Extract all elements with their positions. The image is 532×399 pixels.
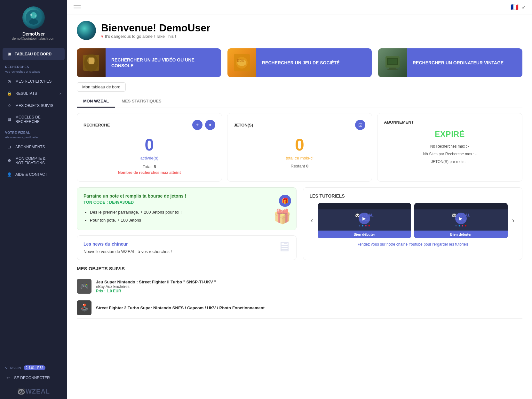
tutoriel-thumb-2[interactable]: 🐼WZEAL Tutoriel ● ● ● ● ▶ <box>414 203 508 238</box>
sidebar-item-resultats[interactable]: 🔒 RESULTATS › <box>1 88 66 99</box>
stat-card-recherche-header: RECHERCHE + ✦ <box>83 120 215 130</box>
category-card-label-vintage: RECHERCHER UN ORDINATEUR VINTAGE <box>407 48 522 77</box>
sidebar-item-mes-recherches[interactable]: ◷ MES RECHERCHES <box>1 76 66 87</box>
category-card-label-video: RECHERCHER UN JEU VIDÉO OU UNE CONSOLE <box>106 48 221 77</box>
stat-abonnement-title: ABONNEMENT <box>384 120 414 125</box>
objet-details-2: Street Fighter 2 Turbo Super Nintendo SN… <box>96 305 265 310</box>
menu-toggle-button[interactable] <box>74 5 81 9</box>
topbar: 🇫🇷 ⤢ <box>67 0 532 14</box>
news-card: Les news du chineur Nouvelle version de … <box>77 235 297 260</box>
parrainage-code: TON CODE : DE49A3OED <box>83 200 290 205</box>
stat-card-jetons-header: JETON(S) ⊡ <box>234 120 366 130</box>
svg-rect-17 <box>387 69 398 70</box>
tutoriel-play-2[interactable]: ▶ <box>455 213 467 224</box>
category-card-image-vintage <box>378 48 407 77</box>
fullscreen-icon[interactable]: ⤢ <box>522 4 526 10</box>
sidebar-item-modeles-recherche[interactable]: ▦ MODELES DE RECHERCHE <box>1 112 66 127</box>
sidebar-item-label-mes-recherches: MES RECHERCHES <box>15 79 52 84</box>
svg-point-2 <box>29 19 38 25</box>
category-card-vintage[interactable]: RECHERCHER UN ORDINATEUR VINTAGE <box>378 48 522 77</box>
heart-icon: ♥ <box>101 34 104 39</box>
tutoriels-prev-button[interactable]: ‹ <box>310 215 314 226</box>
logout-icon: ↩ <box>5 375 11 381</box>
tab-mon-wzeal[interactable]: MON WZEAL <box>77 95 115 108</box>
sidebar-username: DemoUser <box>22 31 45 37</box>
person-icon: 👤 <box>6 172 12 177</box>
category-card-video-game[interactable]: RECHERCHER UN JEU VIDÉO OU UNE CONSOLE <box>77 48 221 77</box>
stat-recherche-count: 0 <box>83 135 215 154</box>
stat-recherche-sub: activée(s) <box>83 156 215 160</box>
tutoriels-title: LES TUTORIELS <box>310 193 516 199</box>
objet-image-2: 🕹️ <box>77 300 91 315</box>
welcome-title: Bienvenue! DemoUser <box>101 22 210 34</box>
star-icon: ☆ <box>6 103 12 109</box>
screenshot-jetons-button[interactable]: ⊡ <box>355 120 365 130</box>
add-recherche-button[interactable]: + <box>192 120 202 130</box>
objet-price-1: Prix : 1.0 EUR <box>96 289 216 293</box>
objet-image-1: 🎮 <box>77 279 91 294</box>
chevron-right-icon: › <box>60 91 61 96</box>
sidebar-item-abonnements[interactable]: ⊡ ABONNEMENTS <box>1 141 66 153</box>
parrainage-gift-button[interactable]: 🎁 <box>279 195 291 207</box>
parrainage-title: Parraine un pote et remplis ta bourse de… <box>83 193 290 199</box>
svg-point-4 <box>35 15 36 17</box>
objet-details-1: Jeu Super Nintendo : Street Fighter II T… <box>96 280 216 293</box>
sidebar-item-label-resultats: RESULTATS <box>15 91 37 96</box>
lock-icon: 🔒 <box>6 91 12 96</box>
sidebar-version-badge: 2.4.01 | R32 <box>24 365 45 370</box>
sidebar-version-row: VERSION 2.4.01 | R32 <box>0 363 67 372</box>
sidebar-section-wzeal-sub: Abonnements, profil, aide <box>0 136 67 141</box>
tutoriels-card: LES TUTORIELS ‹ 🐼WZEAL Tutoriel ● ● ● <box>303 187 523 260</box>
svg-rect-16 <box>389 68 396 69</box>
tabs-row: MON WZEAL MES STATISTIQUES <box>77 95 522 108</box>
wand-recherche-button[interactable]: ✦ <box>205 120 215 130</box>
stat-jetons-remaining: Restant 0 <box>234 164 366 168</box>
sidebar-item-mon-compte[interactable]: ⚙ MON COMPTE & NOTIFICATIONS <box>1 153 66 168</box>
settings-icon: ⚙ <box>6 158 12 164</box>
topbar-right: 🇫🇷 ⤢ <box>511 3 526 11</box>
objet-name-1: Jeu Super Nintendo : Street Fighter II T… <box>96 280 216 284</box>
parrainage-list: Dès le premier parrainage, + 200 Jetons … <box>83 208 290 224</box>
parrainage-item-1: Dès le premier parrainage, + 200 Jetons … <box>90 208 290 216</box>
svg-rect-8 <box>89 58 94 64</box>
tutoriels-youtube-link[interactable]: Rendez vous sur notre chaine Youtube pou… <box>310 242 516 247</box>
welcome-section: Bienvenue! DemoUser ♥ It's dangerous to … <box>67 14 532 43</box>
objet-site-1: eBay Aux Enchères <box>96 284 216 289</box>
welcome-text: Bienvenue! DemoUser ♥ It's dangerous to … <box>101 22 210 39</box>
parrainage-gift-icon: 🎁 <box>274 208 291 225</box>
abonnement-details: Nb Recherches max : - Nb Sites par Reche… <box>384 142 516 166</box>
category-card-image-board: DiXit <box>227 48 256 77</box>
sidebar-item-mes-objets-suivis[interactable]: ☆ MES OBJETS SUIVIS <box>1 100 66 111</box>
stat-card-recherche: RECHERCHE + ✦ 0 activée(s) Total: 5 Nomb… <box>77 113 222 182</box>
tutoriels-next-button[interactable]: › <box>511 215 516 226</box>
sidebar-email: demo@pointpointslash.com <box>12 37 55 40</box>
sidebar-item-tableau-de-bord[interactable]: ⊞ TABLEAU DE BORD <box>3 48 65 60</box>
tutoriel-thumb-1[interactable]: 🐼WZEAL Tutoriel ● ● ● ● ▶ <box>318 203 411 238</box>
sidebar-item-label-compte: MON COMPTE & NOTIFICATIONS <box>15 156 45 165</box>
sidebar: DemoUser demo@pointpointslash.com ⊞ TABL… <box>0 0 67 399</box>
sidebar-item-label-modeles: MODELES DE RECHERCHE <box>15 115 61 124</box>
stat-recherche-max-reached: Nombre de recherches max atteint <box>83 170 215 175</box>
stat-card-abonnement: ABONNEMENT EXPIRÉ Nb Recherches max : - … <box>377 113 522 182</box>
sidebar-item-se-deconnecter[interactable]: ↩ SE DECONNECTER <box>0 372 67 384</box>
sidebar-item-aide-contact[interactable]: 👤 AIDE & CONTACT <box>1 169 66 180</box>
stat-jetons-title: JETON(S) <box>234 123 253 127</box>
tab-mes-statistiques[interactable]: MES STATISTIQUES <box>115 95 168 108</box>
tutoriel-play-1[interactable]: ▶ <box>359 213 370 224</box>
grid-icon: ▦ <box>6 117 12 122</box>
language-flag[interactable]: 🇫🇷 <box>511 3 519 11</box>
sidebar-section-recherches-sub: Vos recherches et résultats <box>0 70 67 75</box>
welcome-avatar <box>77 21 96 40</box>
category-card-image-video <box>77 48 106 77</box>
category-card-board-game[interactable]: DiXit RECHERCHER UN JEU DE SOCIÉTÉ <box>227 48 372 77</box>
objet-item-1: 🎮 Jeu Super Nintendo : Street Fighter II… <box>77 276 522 297</box>
objet-item-2: 🕹️ Street Fighter 2 Turbo Super Nintendo… <box>77 297 522 319</box>
sidebar-item-label-dashboard: TABLEAU DE BORD <box>15 52 52 56</box>
sidebar-item-label-deconnecter: SE DECONNECTER <box>14 376 50 380</box>
abonnement-status-badge: EXPIRÉ <box>384 130 516 139</box>
stat-card-jetons: JETON(S) ⊡ 0 total ce mois-ci Restant 0 <box>227 113 372 182</box>
objet-name-2: Street Fighter 2 Turbo Super Nintendo SN… <box>96 305 265 310</box>
svg-rect-15 <box>388 59 397 64</box>
category-card-label-board: RECHERCHER UN JEU DE SOCIÉTÉ <box>256 48 372 77</box>
stat-recherche-actions: + ✦ <box>192 120 215 130</box>
